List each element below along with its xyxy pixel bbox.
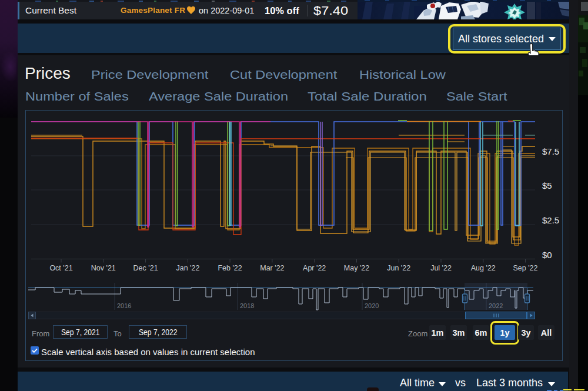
- svg-text:$7.5: $7.5: [542, 146, 559, 156]
- svg-text:2018: 2018: [240, 302, 254, 309]
- svg-text:Mar '22: Mar '22: [260, 264, 284, 272]
- svg-text:$0: $0: [542, 250, 552, 260]
- svg-text:Feb '22: Feb '22: [218, 264, 242, 272]
- svg-text:Aug '22: Aug '22: [471, 264, 496, 272]
- svg-text:Jul '22: Jul '22: [430, 264, 452, 272]
- svg-text:Sep '22: Sep '22: [513, 264, 537, 272]
- svg-text:Nov '21: Nov '21: [91, 264, 116, 272]
- svg-text:2020: 2020: [365, 302, 379, 309]
- svg-text:$2.5: $2.5: [542, 215, 559, 225]
- svg-text:Oct '21: Oct '21: [49, 264, 72, 272]
- svg-text:Dec '21: Dec '21: [133, 264, 158, 272]
- svg-text:2016: 2016: [117, 302, 131, 309]
- svg-text:Jun '22: Jun '22: [387, 264, 410, 272]
- svg-text:Jan '22: Jan '22: [176, 264, 199, 272]
- svg-text:Apr '22: Apr '22: [303, 264, 326, 272]
- svg-text:May '22: May '22: [344, 264, 369, 272]
- svg-text:$5: $5: [542, 181, 552, 191]
